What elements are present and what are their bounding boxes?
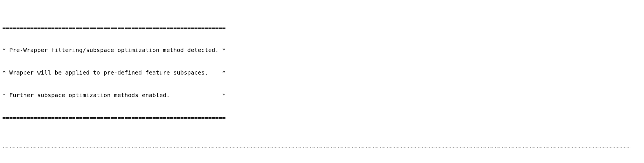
banner-border-bottom: ========================================… xyxy=(2,114,642,121)
banner-border-top: ========================================… xyxy=(2,24,642,31)
banner-line-2: * Wrapper will be applied to pre-defined… xyxy=(2,69,642,76)
banner-line-3: * Further subspace optimization methods … xyxy=(2,91,642,99)
terminal-output: ========================================… xyxy=(0,0,644,163)
wave-divider-top: ~~~~~~~~~~~~~~~~~~~~~~~~~~~~~~~~~~~~~~~~… xyxy=(2,144,642,151)
banner-line-1: * Pre-Wrapper filtering/subspace optimiz… xyxy=(2,46,642,54)
